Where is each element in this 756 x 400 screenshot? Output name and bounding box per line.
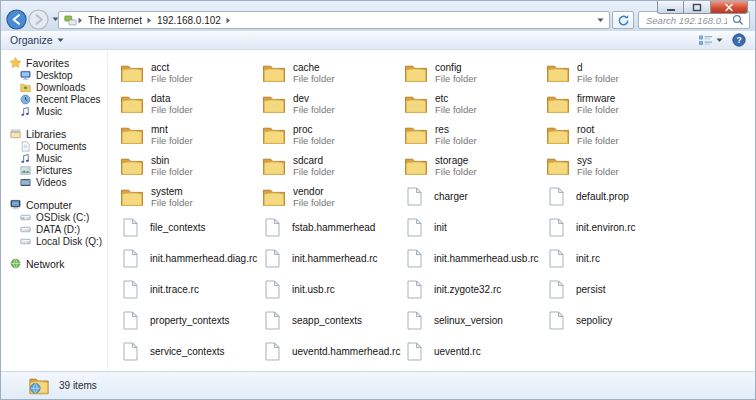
sidebar-group-computer: ComputerOSDisk (C:)DATA (D:)Local Disk (… [8,198,107,247]
folder-item-system[interactable]: systemFile folder [120,181,262,212]
folder-item-sdcard[interactable]: sdcardFile folder [262,150,404,181]
folder-item-cache[interactable]: cacheFile folder [262,57,404,88]
close-button[interactable] [710,1,748,14]
sidebar-item-music[interactable]: Music [8,152,107,164]
folder-item-data[interactable]: dataFile folder [120,88,262,119]
address-bar[interactable]: The Internet192.168.0.102 [58,11,610,29]
file-item-seapp-contexts[interactable]: seapp_contexts [262,305,404,336]
item-name: init.rc [576,253,600,264]
folder-item-proc[interactable]: procFile folder [262,119,404,150]
address-dropdown[interactable] [597,18,604,23]
close-icon [724,3,734,12]
folder-item-res[interactable]: resFile folder [404,119,546,150]
folder-item-sbin[interactable]: sbinFile folder [120,150,262,181]
file-item-sepolicy[interactable]: sepolicy [546,305,688,336]
item-name: storage [435,155,477,166]
sidebar-header-computer[interactable]: Computer [8,198,107,211]
file-item-init-zygote32-rc[interactable]: init.zygote32.rc [404,274,546,305]
folder-item-root[interactable]: rootFile folder [546,119,688,150]
item-name: init.trace.rc [150,284,199,295]
folder-icon [546,63,570,83]
forward-button[interactable] [28,9,49,30]
sidebar-item-label: Music [36,106,62,117]
file-item-service-contexts[interactable]: service_contexts [120,336,262,367]
command-toolbar: Organize ? [1,31,755,50]
item-name: file_contexts [150,222,206,233]
sidebar-header-libraries[interactable]: Libraries [8,127,107,140]
minimize-button[interactable] [657,1,684,14]
sidebar-item-music[interactable]: Music [8,105,107,117]
folder-item-vendor[interactable]: vendorFile folder [262,181,404,212]
file-item-init-environ-rc[interactable]: init.environ.rc [546,212,688,243]
file-icon [407,187,422,206]
file-icon [123,249,138,268]
sidebar-item-osdisk-c[interactable]: OSDisk (C:) [8,211,107,223]
sidebar-item-pictures[interactable]: Pictures [8,164,107,176]
toolbar-right: ? [698,33,746,47]
sidebar-item-videos[interactable]: Videos [8,176,107,188]
file-item-init-hammerhead-rc[interactable]: init.hammerhead.rc [262,243,404,274]
sidebar-item-label: OSDisk (C:) [36,212,89,223]
file-item-charger[interactable]: charger [404,181,546,212]
item-type: File folder [293,104,335,115]
file-item-init[interactable]: init [404,212,546,243]
folder-icon [404,94,428,114]
folder-item-etc[interactable]: etcFile folder [404,88,546,119]
folder-item-acct[interactable]: acctFile folder [120,57,262,88]
folder-item-d[interactable]: dFile folder [546,57,688,88]
maximize-button[interactable] [684,1,710,14]
file-icon [407,280,422,299]
sidebar-item-documents[interactable]: Documents [8,140,107,152]
folder-item-config[interactable]: configFile folder [404,57,546,88]
item-name: vendor [293,186,335,197]
file-item-fstab-hammerhead[interactable]: fstab.hammerhead [262,212,404,243]
search-icon [732,14,744,26]
file-item-ueventd-rc[interactable]: ueventd.rc [404,336,546,367]
folder-item-mnt[interactable]: mntFile folder [120,119,262,150]
sidebar-header-network[interactable]: Network [8,257,107,270]
file-icon [407,342,422,361]
item-name: sdcard [293,155,335,166]
file-item-init-rc[interactable]: init.rc [546,243,688,274]
main-area: FavoritesDesktopDownloadsRecent PlacesMu… [1,50,755,371]
file-item-selinux-version[interactable]: selinux_version [404,305,546,336]
folder-item-storage[interactable]: storageFile folder [404,150,546,181]
file-item-default-prop[interactable]: default.prop [546,181,688,212]
file-icon [265,280,280,299]
refresh-button[interactable] [612,11,634,29]
sidebar-item-recent-places[interactable]: Recent Places [8,93,107,105]
file-item-init-usb-rc[interactable]: init.usb.rc [262,274,404,305]
file-item-persist[interactable]: persist [546,274,688,305]
file-item-init-hammerhead-usb-rc[interactable]: init.hammerhead.usb.rc [404,243,546,274]
item-name: ueventd.rc [434,346,481,357]
site-icon [64,14,77,27]
folder-item-dev[interactable]: devFile folder [262,88,404,119]
sidebar-item-local-disk-q[interactable]: Local Disk (Q:) [8,235,107,247]
help-button[interactable]: ? [732,33,746,47]
file-item-file-contexts[interactable]: file_contexts [120,212,262,243]
change-view-button[interactable] [698,34,723,47]
videos-icon [20,177,31,188]
maximize-icon [692,3,702,12]
sidebar-item-data-d[interactable]: DATA (D:) [8,223,107,235]
sidebar-header-favorites[interactable]: Favorites [8,56,107,69]
search-input[interactable] [644,14,729,27]
item-type: File folder [293,135,335,146]
item-name: ueventd.hammerhead.rc [292,346,400,357]
desktop-icon [20,70,31,81]
folder-item-sys[interactable]: sysFile folder [546,150,688,181]
file-item-property-contexts[interactable]: property_contexts [120,305,262,336]
file-icon [549,218,564,237]
breadcrumb-segment-192-168-0-102[interactable]: 192.168.0.102 [153,15,225,26]
file-item-init-hammerhead-diag-rc[interactable]: init.hammerhead.diag.rc [120,243,262,274]
file-item-ueventd-hammerhead-rc[interactable]: ueventd.hammerhead.rc [262,336,404,367]
back-button[interactable] [6,9,27,30]
sidebar-item-downloads[interactable]: Downloads [8,81,107,93]
recent-places-icon [20,94,31,105]
breadcrumb-segment-the-internet[interactable]: The Internet [84,15,146,26]
file-item-init-trace-rc[interactable]: init.trace.rc [120,274,262,305]
item-name: config [435,62,477,73]
organize-button[interactable]: Organize [10,34,64,46]
folder-item-firmware[interactable]: firmwareFile folder [546,88,688,119]
sidebar-item-desktop[interactable]: Desktop [8,69,107,81]
